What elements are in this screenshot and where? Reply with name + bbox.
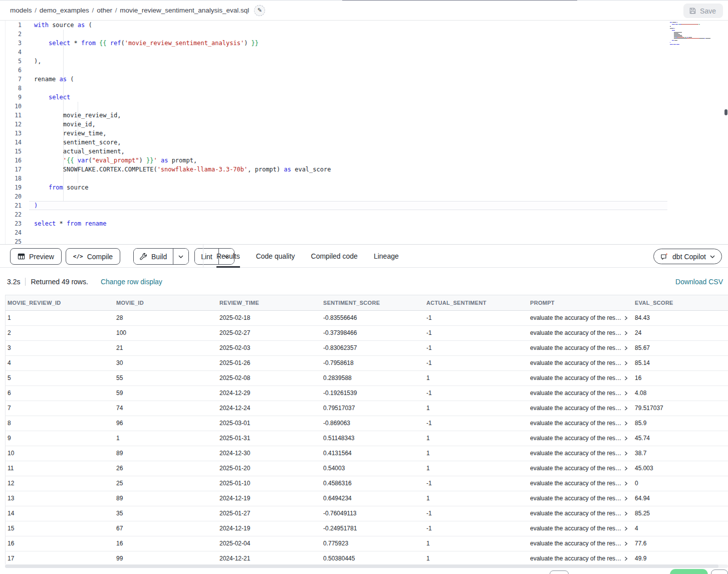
prompt-expand-chevron-icon[interactable] [624,376,628,380]
cell-movie_review_id: 11 [6,461,114,476]
minimap-line [670,35,725,36]
table-row: 6592024-12-29-0.19261539-1evaluate the a… [6,386,728,401]
minimap-line [670,27,725,28]
prompt-expand-chevron-icon[interactable] [624,361,628,365]
prompt-expand-chevron-icon[interactable] [624,436,628,441]
tab-lineage[interactable]: Lineage [374,245,399,268]
line-number: 6 [5,66,29,75]
cell-movie_review_id: 12 [6,476,114,491]
prompt-expand-chevron-icon[interactable] [624,316,628,320]
dbt-copilot-button[interactable]: dbt Copilot [653,249,722,264]
prompt-expand-chevron-icon[interactable] [624,391,628,396]
prompt-preview-text: evaluate the accuracy of the res… [530,476,621,491]
breadcrumb-segment[interactable]: movie_review_sentiment_analysis_eval.sql [120,7,249,14]
tab-code-quality[interactable]: Code quality [256,245,295,268]
cell-sentiment_score: -0.869063 [321,416,424,431]
column-header-actual_sentiment: ACTUAL_SENTIMENT [424,295,528,310]
save-label: Save [700,7,716,15]
vertical-scrollbar-thumb[interactable] [724,109,727,115]
cell-review_time: 2025-02-03 [217,341,321,355]
code-line [29,228,667,237]
table-row: 8962025-03-01-0.869063-1evaluate the acc… [6,416,728,431]
cell-movie_review_id: 16 [6,536,114,551]
minimap-line [670,40,725,41]
cell-prompt: evaluate the accuracy of the res… [528,446,633,461]
column-header-eval_score: EVAL_SCORE [633,295,728,310]
breadcrumb-segment[interactable]: other [97,7,112,14]
prompt-expand-chevron-icon[interactable] [624,541,628,546]
bottom-bar-button-1[interactable] [550,570,569,574]
prompt-expand-chevron-icon[interactable] [624,346,628,350]
minimap[interactable] [670,21,725,47]
column-header-movie_id: MOVIE_ID [114,295,217,310]
cell-prompt: evaluate the accuracy of the res… [528,326,633,340]
cell-eval_score: 85.25 [633,506,728,521]
line-number: 22 [5,210,29,219]
code-line: '{{ var("eval_prompt") }}' as prompt, [29,156,667,165]
cell-movie_id: 74 [114,401,217,416]
cell-review_time: 2025-03-01 [217,416,321,431]
copilot-label: dbt Copilot [672,253,706,261]
minimap-line [670,33,725,34]
prompt-expand-chevron-icon[interactable] [624,406,628,411]
column-header-movie_review_id: MOVIE_REVIEW_ID [6,295,114,310]
cell-review_time: 2024-12-21 [217,551,321,564]
cell-review_time: 2025-02-08 [217,371,321,386]
code-line: from source [29,183,667,192]
breadcrumb-segment[interactable]: demo_examples [40,7,89,14]
horizontal-scrollbar-thumb[interactable] [5,564,718,568]
prompt-expand-chevron-icon[interactable] [624,421,628,426]
bottom-bar-button-3[interactable] [711,569,728,574]
cell-eval_score: 16 [633,371,728,386]
cell-sentiment_score: -0.76049113 [321,506,424,521]
change-row-display-link[interactable]: Change row display [101,278,162,286]
prompt-expand-chevron-icon[interactable] [624,451,628,456]
breadcrumb-segment[interactable]: models [10,7,32,14]
cell-movie_review_id: 1 [6,311,114,325]
cell-sentiment_score: -0.24951781 [321,521,424,536]
cell-prompt: evaluate the accuracy of the res… [528,356,633,370]
download-csv-link[interactable]: Download CSV [675,278,723,286]
code-line [29,84,667,93]
line-number: 11 [5,111,29,120]
results-summary-bar: 3.2s Returned 49 rows. Change row displa… [0,268,728,295]
prompt-expand-chevron-icon[interactable] [624,481,628,486]
cell-sentiment_score: -0.83062357 [321,341,424,355]
build-dropdown-button[interactable] [173,249,188,264]
cell-movie_id: 28 [114,311,217,325]
breadcrumb: models / demo_examples / other / movie_r… [10,7,249,14]
build-button[interactable]: Build [134,249,173,264]
line-number: 23 [5,219,29,228]
tab-compiled-code[interactable]: Compiled code [311,245,358,268]
prompt-expand-chevron-icon[interactable] [624,556,628,561]
line-number: 5 [5,57,29,66]
lint-button[interactable]: Lint [195,249,218,264]
save-button[interactable]: Save [683,4,723,18]
compile-button[interactable]: </> Compile [66,248,120,265]
code-editor[interactable]: with source as ( select * from {{ ref('m… [29,21,667,244]
cell-prompt: evaluate the accuracy of the res… [528,551,633,564]
cell-sentiment_score: -0.83556646 [321,311,424,325]
prompt-expand-chevron-icon[interactable] [624,526,628,531]
copilot-badge-icon[interactable]: ✎ [254,5,265,16]
cell-prompt: evaluate the accuracy of the res… [528,416,633,431]
cell-prompt: evaluate the accuracy of the res… [528,521,633,536]
cell-prompt: evaluate the accuracy of the res… [528,311,633,325]
prompt-expand-chevron-icon[interactable] [624,466,628,471]
code-line [29,174,667,183]
tab-results[interactable]: Results [216,245,240,268]
preview-button[interactable]: Preview [10,248,62,265]
cell-movie_review_id: 15 [6,521,114,536]
cell-actual_sentiment: 1 [424,371,528,386]
prompt-expand-chevron-icon[interactable] [624,511,628,516]
prompt-expand-chevron-icon[interactable] [624,496,628,501]
prompt-expand-chevron-icon[interactable] [624,331,628,335]
line-number: 8 [5,84,29,93]
code-line [29,48,667,57]
table-row: 7742024-12-240.795170371evaluate the acc… [6,401,728,416]
cell-movie_id: 16 [114,536,217,551]
table-row: 4302025-01-26-0.7958618-1evaluate the ac… [6,356,728,371]
cell-sentiment_score: 0.4131564 [321,446,424,461]
bottom-bar-button-2[interactable] [670,569,708,574]
table-row: 10892024-12-300.41315641evaluate the acc… [6,446,728,461]
